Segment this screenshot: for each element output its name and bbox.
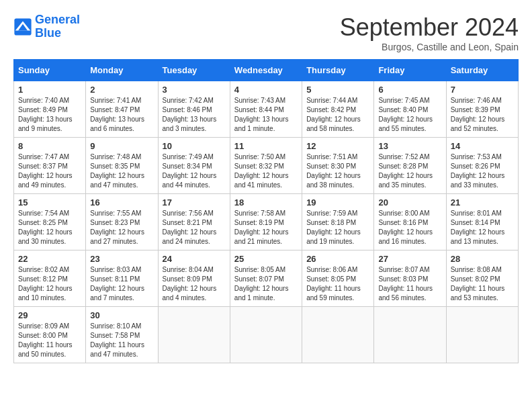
calendar-cell: 3Sunrise: 7:42 AM Sunset: 8:46 PM Daylig… xyxy=(158,81,230,138)
day-info: Sunrise: 7:42 AM Sunset: 8:46 PM Dayligh… xyxy=(163,96,226,134)
day-number: 22 xyxy=(18,254,81,264)
calendar-cell: 25Sunrise: 8:05 AM Sunset: 8:07 PM Dayli… xyxy=(230,250,302,307)
calendar-cell xyxy=(230,307,302,363)
day-number: 27 xyxy=(378,254,441,264)
calendar-cell: 21Sunrise: 8:01 AM Sunset: 8:14 PM Dayli… xyxy=(446,194,518,250)
calendar-cell: 10Sunrise: 7:49 AM Sunset: 8:34 PM Dayli… xyxy=(158,138,230,194)
weekday-header-friday: Friday xyxy=(374,60,446,81)
logo-text: General Blue xyxy=(35,13,80,40)
day-info: Sunrise: 7:52 AM Sunset: 8:28 PM Dayligh… xyxy=(378,152,441,190)
day-info: Sunrise: 7:55 AM Sunset: 8:23 PM Dayligh… xyxy=(90,209,153,246)
day-info: Sunrise: 7:54 AM Sunset: 8:25 PM Dayligh… xyxy=(18,209,81,246)
calendar-cell: 13Sunrise: 7:52 AM Sunset: 8:28 PM Dayli… xyxy=(374,138,446,194)
day-number: 7 xyxy=(451,85,514,95)
calendar-cell: 2Sunrise: 7:41 AM Sunset: 8:47 PM Daylig… xyxy=(86,81,158,138)
calendar-cell: 20Sunrise: 8:00 AM Sunset: 8:16 PM Dayli… xyxy=(374,194,446,250)
calendar-cell: 28Sunrise: 8:08 AM Sunset: 8:02 PM Dayli… xyxy=(446,250,518,307)
day-info: Sunrise: 8:05 AM Sunset: 8:07 PM Dayligh… xyxy=(234,265,298,303)
day-number: 10 xyxy=(163,141,226,151)
day-info: Sunrise: 7:47 AM Sunset: 8:37 PM Dayligh… xyxy=(18,152,81,190)
calendar-cell: 8Sunrise: 7:47 AM Sunset: 8:37 PM Daylig… xyxy=(14,138,86,194)
calendar-cell xyxy=(374,307,446,363)
weekday-header-tuesday: Tuesday xyxy=(158,60,230,81)
day-info: Sunrise: 7:59 AM Sunset: 8:18 PM Dayligh… xyxy=(306,209,369,246)
calendar-week-1: 1Sunrise: 7:40 AM Sunset: 8:49 PM Daylig… xyxy=(14,81,519,138)
day-info: Sunrise: 7:53 AM Sunset: 8:26 PM Dayligh… xyxy=(451,152,514,190)
day-number: 24 xyxy=(163,254,226,264)
day-number: 23 xyxy=(90,254,153,264)
logo-line2: Blue xyxy=(35,26,61,40)
day-number: 28 xyxy=(451,254,514,264)
day-number: 18 xyxy=(234,197,298,208)
day-info: Sunrise: 7:58 AM Sunset: 8:19 PM Dayligh… xyxy=(234,209,298,246)
day-info: Sunrise: 7:50 AM Sunset: 8:32 PM Dayligh… xyxy=(234,152,298,190)
day-info: Sunrise: 8:08 AM Sunset: 8:02 PM Dayligh… xyxy=(451,265,514,303)
day-info: Sunrise: 7:43 AM Sunset: 8:44 PM Dayligh… xyxy=(234,96,298,134)
day-info: Sunrise: 7:41 AM Sunset: 8:47 PM Dayligh… xyxy=(90,96,153,134)
day-info: Sunrise: 8:04 AM Sunset: 8:09 PM Dayligh… xyxy=(163,265,226,303)
calendar-cell: 11Sunrise: 7:50 AM Sunset: 8:32 PM Dayli… xyxy=(230,138,302,194)
calendar-week-2: 8Sunrise: 7:47 AM Sunset: 8:37 PM Daylig… xyxy=(14,138,519,194)
day-info: Sunrise: 7:48 AM Sunset: 8:35 PM Dayligh… xyxy=(90,152,153,190)
day-number: 16 xyxy=(90,197,153,208)
day-number: 20 xyxy=(378,197,441,208)
day-info: Sunrise: 8:03 AM Sunset: 8:11 PM Dayligh… xyxy=(90,265,153,303)
day-info: Sunrise: 7:46 AM Sunset: 8:39 PM Dayligh… xyxy=(451,96,514,134)
day-number: 25 xyxy=(234,254,298,264)
day-info: Sunrise: 7:51 AM Sunset: 8:30 PM Dayligh… xyxy=(306,152,369,190)
day-number: 15 xyxy=(18,197,81,208)
day-info: Sunrise: 7:44 AM Sunset: 8:42 PM Dayligh… xyxy=(306,96,369,134)
logo: General Blue xyxy=(13,13,80,40)
day-info: Sunrise: 8:07 AM Sunset: 8:03 PM Dayligh… xyxy=(378,265,441,303)
title-area: September 2024 Burgos, Castille and Leon… xyxy=(340,13,519,52)
location-subtitle: Burgos, Castille and Leon, Spain xyxy=(340,42,519,52)
header: General Blue September 2024 Burgos, Cast… xyxy=(13,13,519,52)
calendar-cell xyxy=(158,307,230,363)
calendar-cell: 15Sunrise: 7:54 AM Sunset: 8:25 PM Dayli… xyxy=(14,194,86,250)
calendar-cell: 1Sunrise: 7:40 AM Sunset: 8:49 PM Daylig… xyxy=(14,81,86,138)
day-number: 12 xyxy=(306,141,369,151)
day-info: Sunrise: 7:40 AM Sunset: 8:49 PM Dayligh… xyxy=(18,96,81,134)
calendar-cell: 24Sunrise: 8:04 AM Sunset: 8:09 PM Dayli… xyxy=(158,250,230,307)
calendar-table: SundayMondayTuesdayWednesdayThursdayFrid… xyxy=(13,59,519,363)
calendar-cell: 23Sunrise: 8:03 AM Sunset: 8:11 PM Dayli… xyxy=(86,250,158,307)
day-info: Sunrise: 7:56 AM Sunset: 8:21 PM Dayligh… xyxy=(163,209,226,246)
day-number: 29 xyxy=(18,310,81,320)
day-number: 9 xyxy=(90,141,153,151)
day-info: Sunrise: 8:00 AM Sunset: 8:16 PM Dayligh… xyxy=(378,209,441,246)
day-number: 17 xyxy=(163,197,226,208)
calendar-cell: 17Sunrise: 7:56 AM Sunset: 8:21 PM Dayli… xyxy=(158,194,230,250)
calendar-cell xyxy=(446,307,518,363)
calendar-cell: 22Sunrise: 8:02 AM Sunset: 8:12 PM Dayli… xyxy=(14,250,86,307)
day-number: 4 xyxy=(234,85,298,95)
calendar-cell: 12Sunrise: 7:51 AM Sunset: 8:30 PM Dayli… xyxy=(302,138,374,194)
calendar-cell: 30Sunrise: 8:10 AM Sunset: 7:58 PM Dayli… xyxy=(86,307,158,363)
day-number: 26 xyxy=(306,254,369,264)
weekday-header-sunday: Sunday xyxy=(14,60,86,81)
calendar-cell: 5Sunrise: 7:44 AM Sunset: 8:42 PM Daylig… xyxy=(302,81,374,138)
day-number: 1 xyxy=(18,85,81,95)
calendar-cell: 7Sunrise: 7:46 AM Sunset: 8:39 PM Daylig… xyxy=(446,81,518,138)
day-number: 2 xyxy=(90,85,153,95)
day-number: 6 xyxy=(378,85,441,95)
day-info: Sunrise: 8:01 AM Sunset: 8:14 PM Dayligh… xyxy=(451,209,514,246)
calendar-week-3: 15Sunrise: 7:54 AM Sunset: 8:25 PM Dayli… xyxy=(14,194,519,250)
calendar-cell: 19Sunrise: 7:59 AM Sunset: 8:18 PM Dayli… xyxy=(302,194,374,250)
calendar-cell: 6Sunrise: 7:45 AM Sunset: 8:40 PM Daylig… xyxy=(374,81,446,138)
calendar-week-5: 29Sunrise: 8:09 AM Sunset: 8:00 PM Dayli… xyxy=(14,307,519,363)
day-info: Sunrise: 7:49 AM Sunset: 8:34 PM Dayligh… xyxy=(163,152,226,190)
calendar-cell: 18Sunrise: 7:58 AM Sunset: 8:19 PM Dayli… xyxy=(230,194,302,250)
calendar-cell: 26Sunrise: 8:06 AM Sunset: 8:05 PM Dayli… xyxy=(302,250,374,307)
calendar-cell xyxy=(302,307,374,363)
calendar-cell: 16Sunrise: 7:55 AM Sunset: 8:23 PM Dayli… xyxy=(86,194,158,250)
weekday-header-monday: Monday xyxy=(86,60,158,81)
day-number: 11 xyxy=(234,141,298,151)
calendar-cell: 4Sunrise: 7:43 AM Sunset: 8:44 PM Daylig… xyxy=(230,81,302,138)
day-number: 21 xyxy=(451,197,514,208)
day-info: Sunrise: 8:02 AM Sunset: 8:12 PM Dayligh… xyxy=(18,265,81,303)
day-number: 19 xyxy=(306,197,369,208)
day-number: 30 xyxy=(90,310,153,320)
calendar-cell: 14Sunrise: 7:53 AM Sunset: 8:26 PM Dayli… xyxy=(446,138,518,194)
logo-icon xyxy=(13,17,32,36)
day-number: 8 xyxy=(18,141,81,151)
